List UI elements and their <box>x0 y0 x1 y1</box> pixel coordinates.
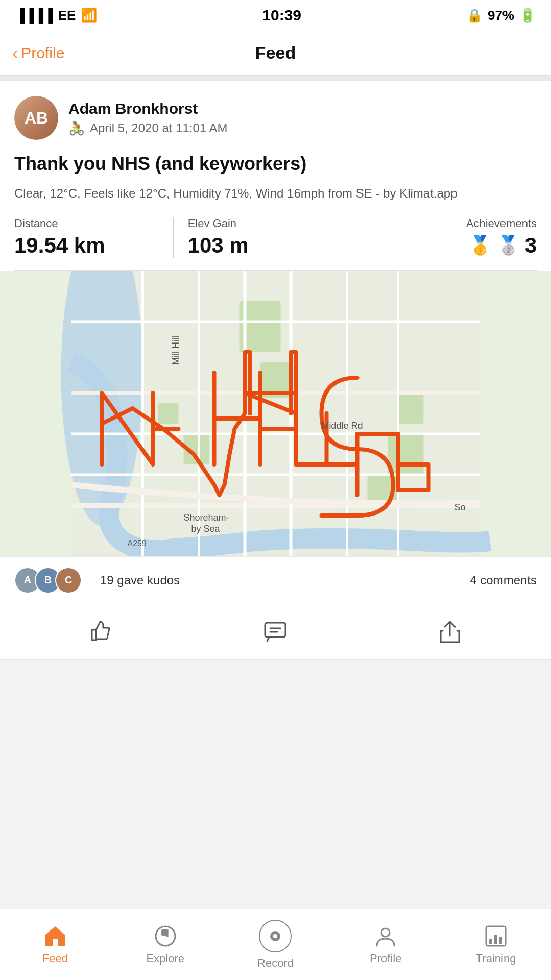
svg-text:So: So <box>454 502 466 512</box>
tab-training-label: Training <box>476 952 516 965</box>
tab-profile[interactable]: Profile <box>330 919 441 965</box>
time-display: 10:39 <box>262 7 301 24</box>
achievements-count: 3 <box>525 233 537 258</box>
stats-row: Distance 19.54 km Elev Gain 103 m Achiev… <box>14 217 537 271</box>
lock-icon: 🔒 <box>466 8 483 23</box>
explore-icon <box>154 924 177 948</box>
tab-bar: Feed Explore Record Profile <box>0 909 551 980</box>
tab-record[interactable]: Record <box>221 915 331 970</box>
tab-explore-label: Explore <box>146 952 184 965</box>
tab-feed-label: Feed <box>42 952 68 965</box>
thumbs-up-icon <box>89 620 113 644</box>
elev-stat: Elev Gain 103 m <box>173 217 347 258</box>
comments-count: 4 comments <box>470 573 537 587</box>
svg-text:Shoreham-: Shoreham- <box>184 512 229 523</box>
svg-text:A259: A259 <box>128 539 147 548</box>
action-bar <box>0 604 551 660</box>
achievements-row: 🥇 🥈 3 <box>469 233 537 258</box>
kudos-row: A B C 19 gave kudos 4 comments <box>0 556 551 604</box>
kudos-avatars: A B C <box>14 567 82 594</box>
svg-rect-42 <box>494 935 497 944</box>
chevron-left-icon: ‹ <box>12 43 18 63</box>
kudos-avatar-3: C <box>55 567 82 594</box>
battery-icon: 🔋 <box>519 8 536 23</box>
distance-value: 19.54 km <box>14 233 173 258</box>
status-left: ▐▐▐▐ EE 📶 <box>15 8 97 23</box>
svg-rect-6 <box>398 393 424 424</box>
carrier-label: EE <box>58 8 76 23</box>
back-label: Profile <box>21 44 64 62</box>
weather-text: Clear, 12°C, Feels like 12°C, Humidity 7… <box>14 184 537 203</box>
bike-icon: 🚴 <box>68 120 85 136</box>
medal-gold-1: 🥇 <box>469 235 492 256</box>
svg-rect-32 <box>265 623 285 637</box>
elev-label: Elev Gain <box>188 217 347 230</box>
svg-rect-5 <box>388 434 424 475</box>
user-name[interactable]: Adam Bronkhorst <box>68 100 228 117</box>
svg-text:Middle Rd: Middle Rd <box>322 421 363 431</box>
kudos-count: 19 gave kudos <box>100 573 180 587</box>
record-inner-icon <box>268 928 283 944</box>
user-row: AB Adam Bronkhorst 🚴 April 5, 2020 at 11… <box>14 96 537 140</box>
section-divider <box>0 76 551 81</box>
record-icon <box>259 920 292 952</box>
svg-rect-9 <box>158 403 179 424</box>
tab-feed[interactable]: Feed <box>0 919 110 965</box>
thumbs-up-button[interactable] <box>14 609 188 654</box>
svg-point-39 <box>381 928 390 937</box>
tab-explore[interactable]: Explore <box>110 919 221 965</box>
comment-icon <box>263 620 288 644</box>
svg-rect-41 <box>489 939 492 944</box>
home-icon <box>43 924 67 948</box>
achievements-label: Achievements <box>466 217 537 230</box>
feed-card: AB Adam Bronkhorst 🚴 April 5, 2020 at 11… <box>0 81 551 271</box>
status-bar: ▐▐▐▐ EE 📶 10:39 🔒 97% 🔋 <box>0 0 551 31</box>
wifi-icon: 📶 <box>81 8 97 23</box>
user-info: Adam Bronkhorst 🚴 April 5, 2020 at 11:01… <box>68 100 228 136</box>
training-icon <box>484 924 508 948</box>
svg-rect-43 <box>499 937 502 944</box>
tab-record-label: Record <box>257 957 294 970</box>
nav-header: ‹ Profile Feed <box>0 31 551 76</box>
svg-text:by Sea: by Sea <box>191 524 221 534</box>
battery-percent: 97% <box>488 8 514 23</box>
distance-stat: Distance 19.54 km <box>14 217 173 258</box>
user-meta: 🚴 April 5, 2020 at 11:01 AM <box>68 120 228 136</box>
tab-profile-label: Profile <box>370 952 401 965</box>
activity-date: April 5, 2020 at 11:01 AM <box>90 121 228 135</box>
activity-title: Thank you NHS (and keyworkers) <box>14 152 537 176</box>
svg-text:Mill Hill: Mill Hill <box>171 336 181 365</box>
profile-icon <box>374 924 397 948</box>
bottom-padding <box>0 660 551 737</box>
share-button[interactable] <box>363 609 537 654</box>
comment-button[interactable] <box>188 609 362 654</box>
status-right: 🔒 97% 🔋 <box>466 8 536 23</box>
svg-point-38 <box>273 934 277 938</box>
activity-map[interactable]: Mill Hill Middle Rd Shoreham- by Sea A25… <box>0 271 551 556</box>
signal-icon: ▐▐▐▐ <box>15 8 53 23</box>
kudos-left: A B C 19 gave kudos <box>14 567 180 594</box>
achievements-stat: Achievements 🥇 🥈 3 <box>346 217 537 258</box>
share-icon <box>438 620 462 644</box>
avatar[interactable]: AB <box>14 96 58 140</box>
distance-label: Distance <box>14 217 173 230</box>
page-title: Feed <box>255 43 296 63</box>
elev-value: 103 m <box>188 233 347 258</box>
back-button[interactable]: ‹ Profile <box>12 43 64 63</box>
tab-training[interactable]: Training <box>441 919 551 965</box>
medal-gold-2: 🥈 <box>497 235 520 256</box>
